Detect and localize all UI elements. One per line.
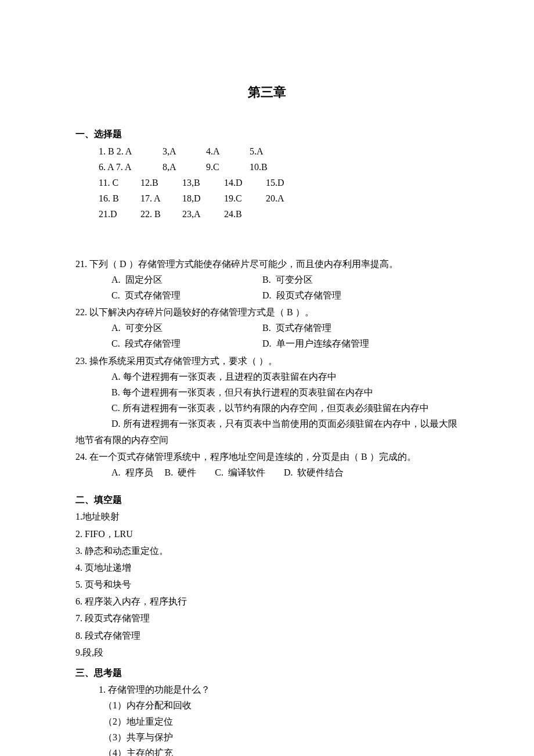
question-text: 以下解决内存碎片问题较好的存储管理方式是（ B ）。 [87,307,314,317]
question-21: 21. 下列（ D ）存储管理方式能使存储碎片尽可能少，而且使内存利用率提高。 … [75,256,459,304]
option-d-line2: 地节省有限的内存空间 [75,432,459,448]
answer-cell: 8,A [163,159,206,175]
answer-cell [266,206,301,222]
answer-cell: 16. B [99,190,140,206]
answer-cell: 6. A 7. A [99,159,163,175]
fill-item: 1.地址映射 [75,509,459,524]
answer-cell: 11. C [99,175,140,190]
question-stem: 24. 在一个页式存储管理系统中，程序地址空间是连续的，分页是由（ B ）完成的… [75,449,459,465]
answer-cell: 1. B 2. A [99,143,163,159]
answer-cell: 22. B [140,206,182,222]
option-d: D. 单一用户连续存储管理 [262,336,369,351]
option-c: C. 所有进程拥有一张页表，以节约有限的内存空间，但页表必须驻留在内存中 [111,400,459,416]
question-num: 23. [75,356,87,366]
option-d: D. 段页式存储管理 [262,287,341,303]
question-num: 22. [75,307,87,317]
answer-cell: 12.B [140,175,182,190]
answer-row: 21.D 22. B 23,A 24.B [99,206,459,222]
answer-cell: 3,A [163,143,206,159]
fill-item: 4. 页地址递增 [75,560,459,575]
question-stem: 21. 下列（ D ）存储管理方式能使存储碎片尽可能少，而且使内存利用率提高。 [75,256,459,272]
fill-item: 3. 静态和动态重定位。 [75,543,459,559]
option-b: B. 页式存储管理 [262,320,331,336]
think-q1-stem: 1. 存储管理的功能是什么？ [75,682,459,697]
answer-cell: 15.D [266,175,301,190]
answer-cell: 23,A [182,206,224,222]
answer-row: 11. C 12.B 13,B 14.D 15.D [99,175,459,190]
question-24: 24. 在一个页式存储管理系统中，程序地址空间是连续的，分页是由（ B ）完成的… [75,449,459,480]
answer-row: 16. B 17. A 18,D 19.C 20.A [99,190,459,206]
answer-cell: 14.D [224,175,266,190]
section2-header: 二、填空题 [75,492,459,507]
fill-item: 7. 段页式存储管理 [75,610,459,626]
options-inline: A. 程序员 B. 硬件 C. 编译软件 D. 软硬件结合 [75,465,459,480]
section1-header: 一、选择题 [75,126,459,142]
answer-cell: 19.C [224,190,266,206]
answer-cell: 10.B [250,159,293,175]
option-a: A. 固定分区 [111,272,262,287]
answer-row: 1. B 2. A 3,A 4.A 5.A [99,143,459,159]
question-text: 在一个页式存储管理系统中，程序地址空间是连续的，分页是由（ B ）完成的。 [87,452,416,462]
option-b: B. 每个进程拥有一张页表，但只有执行进程的页表驻留在内存中 [111,384,459,400]
section3-header: 三、思考题 [75,665,459,681]
fill-item: 9.段,段 [75,645,459,660]
answer-cell: 18,D [182,190,224,206]
answer-cell [293,159,328,175]
fill-item: 2. FIFO，LRU [75,526,459,542]
fill-item: 8. 段式存储管理 [75,628,459,643]
question-text: 操作系统采用页式存储管理方式，要求（ ）。 [87,356,277,366]
question-text: 下列（ D ）存储管理方式能使存储碎片尽可能少，而且使内存利用率提高。 [87,259,398,269]
question-22: 22. 以下解决内存碎片问题较好的存储管理方式是（ B ）。 A. 可变分区 B… [75,304,459,352]
answer-cell: 4.A [206,143,250,159]
option-b: B. 可变分区 [262,272,313,287]
question-num: 24. [75,452,87,462]
option-c: C. 页式存储管理 [111,287,262,303]
option-c: C. 段式存储管理 [111,336,262,351]
answer-cell: 24.B [224,206,266,222]
question-num: 21. [75,259,87,269]
think-q1-a1: （1）内存分配和回收 [75,697,459,713]
answer-cell: 5.A [250,143,293,159]
think-q1-a3: （3）共享与保护 [75,729,459,745]
option-a: A. 每个进程拥有一张页表，且进程的页表驻留在内存中 [111,369,459,384]
option-d-line1: D. 所有进程拥有一张页表，只有页表中当前使用的页面必须驻留在内存中，以最大限 [111,416,459,431]
answer-cell: 9.C [206,159,250,175]
fill-item: 6. 程序装入内存，程序执行 [75,593,459,609]
answer-cell [293,143,328,159]
answer-cell: 17. A [140,190,182,206]
question-23: 23. 操作系统采用页式存储管理方式，要求（ ）。 A. 每个进程拥有一张页表，… [75,353,459,448]
answer-cell: 20.A [266,190,301,206]
chapter-title: 第三章 [75,81,459,103]
answer-key-grid: 1. B 2. A 3,A 4.A 5.A 6. A 7. A 8,A 9.C … [75,143,459,222]
think-q1-a4: （4）主存的扩充 [75,745,459,756]
question-stem: 22. 以下解决内存碎片问题较好的存储管理方式是（ B ）。 [75,304,459,320]
question-stem: 23. 操作系统采用页式存储管理方式，要求（ ）。 [75,353,459,369]
option-a: A. 可变分区 [111,320,262,336]
answer-cell: 21.D [99,206,140,222]
answer-row: 6. A 7. A 8,A 9.C 10.B [99,159,459,175]
fill-item: 5. 页号和块号 [75,577,459,592]
answer-cell: 13,B [182,175,224,190]
think-q1-a2: （2）地址重定位 [75,714,459,729]
